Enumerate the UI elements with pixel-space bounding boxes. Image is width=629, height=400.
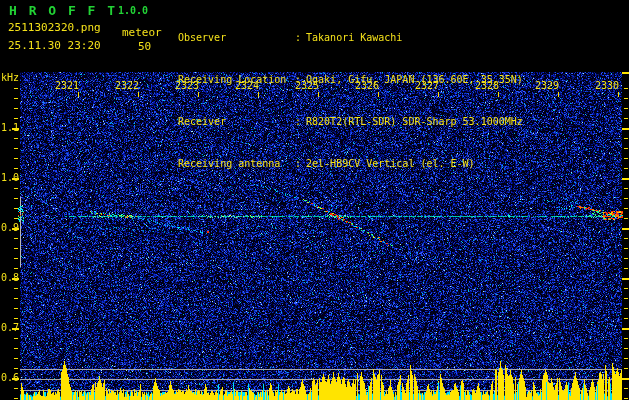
info-value: 2el-HB9CV Vertical (el. E-W) — [306, 157, 475, 171]
freq-tick-label: 1.0 — [1, 172, 14, 184]
hrofft-window: H R O F F T 1.0.0 2511302320.png meteor … — [0, 0, 629, 400]
app-version: 1.0.0 — [118, 5, 148, 16]
time-tick-label: 2327 — [414, 80, 439, 91]
freq-unit-label: kHz — [1, 72, 19, 83]
time-tick-label: 2330 — [594, 80, 619, 91]
freq-tick-label: 0.8 — [1, 272, 14, 284]
timestamp-label: 25.11.30 23:20 — [8, 39, 101, 52]
time-tick-label: 2329 — [534, 80, 559, 91]
info-separator: : — [295, 157, 301, 171]
info-label: Observer — [178, 31, 295, 45]
freq-tick-label: 0.9 — [1, 222, 14, 234]
info-label: Receiving antenna — [178, 157, 295, 171]
mode-label: meteor — [122, 26, 162, 39]
freq-tick-label: 1.1 — [1, 122, 14, 134]
filename-label: 2511302320.png — [8, 21, 101, 34]
info-value: R820T2(RTL-SDR) SDR-Sharp 53.1000MHz — [306, 115, 523, 129]
time-tick-label: 2324 — [234, 80, 259, 91]
info-row-receiver: Receiver : R820T2(RTL-SDR) SDR-Sharp 53.… — [178, 115, 523, 129]
freq-tick-label: 0.6 — [1, 372, 14, 384]
time-tick-label: 2322 — [114, 80, 139, 91]
time-tick-label: 2321 — [54, 80, 79, 91]
param-label: 50 — [138, 40, 151, 53]
info-label: Receiver — [178, 115, 295, 129]
time-tick-label: 2326 — [354, 80, 379, 91]
info-row-antenna: Receiving antenna : 2el-HB9CV Vertical (… — [178, 157, 523, 171]
info-value: Takanori Kawachi — [306, 31, 402, 45]
station-info: Observer : Takanori Kawachi Receiving Lo… — [178, 3, 523, 199]
time-tick-label: 2325 — [294, 80, 319, 91]
info-row-location: Receiving Location : Ogaki, Gifu, JAPAN … — [178, 73, 523, 87]
time-tick-label: 2323 — [174, 80, 199, 91]
time-tick-label: 2328 — [474, 80, 499, 91]
info-separator: : — [295, 31, 301, 45]
freq-tick-label: 0.7 — [1, 322, 14, 334]
info-row-observer: Observer : Takanori Kawachi — [178, 31, 523, 45]
app-title: H R O F F T — [9, 3, 117, 18]
info-separator: : — [295, 115, 301, 129]
